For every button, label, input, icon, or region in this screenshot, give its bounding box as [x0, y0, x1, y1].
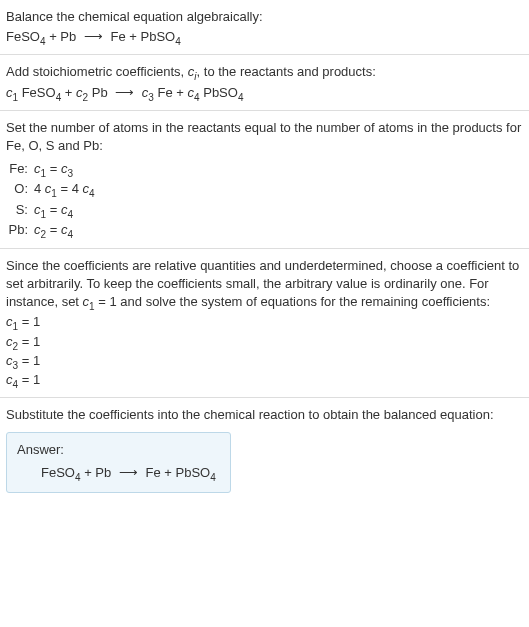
solve-coefficients: Since the coefficients are relative quan… [0, 249, 529, 398]
eq: = [46, 202, 61, 217]
final-answer-section: Substitute the coefficients into the che… [0, 398, 529, 501]
solve-intro: Since the coefficients are relative quan… [6, 257, 523, 312]
coeff-intro: Add stoichiometric coefficients, ci, to … [6, 63, 523, 81]
equation-cell: c1 = c4 [34, 200, 101, 220]
text-a: Add stoichiometric coefficients, [6, 64, 188, 79]
equation-cell: c1 = c3 [34, 159, 101, 179]
plus-sign: + [46, 29, 61, 44]
solution-line: c3 = 1 [6, 352, 523, 370]
products: Fe + PbSO [111, 29, 176, 44]
sub4: 4 [210, 471, 216, 482]
element-label: S: [6, 200, 34, 220]
solution-line: c1 = 1 [6, 313, 523, 331]
answer-label: Answer: [17, 441, 216, 459]
table-row: Pb: c2 = c4 [6, 220, 101, 240]
val: = 1 [18, 314, 40, 329]
arrow-icon: ⟶ [115, 84, 134, 102]
table-row: Fe: c1 = c3 [6, 159, 101, 179]
equation-cell: 4 c1 = 4 c4 [34, 179, 101, 199]
fe: Fe + [154, 85, 188, 100]
table-row: S: c1 = c4 [6, 200, 101, 220]
pb: Pb [88, 85, 108, 100]
val: = 1 [18, 372, 40, 387]
sub4: 4 [238, 91, 244, 102]
val: = 1 [18, 353, 40, 368]
plus: + [61, 85, 76, 100]
reactant-feso4: FeSO [6, 29, 40, 44]
equation-cell: c2 = c4 [34, 220, 101, 240]
plus-pb: + Pb [81, 465, 112, 480]
sub: 3 [67, 168, 73, 179]
arrow-icon: ⟶ [119, 464, 138, 482]
element-label: O: [6, 179, 34, 199]
balanced-equation: FeSO4 + Pb ⟶ Fe + PbSO4 [41, 464, 216, 482]
coeff-equation: c1 FeSO4 + c2 Pb ⟶ c3 Fe + c4 PbSO4 [6, 84, 523, 102]
problem-statement: Balance the chemical equation algebraica… [0, 0, 529, 55]
eq: = [46, 161, 61, 176]
sub: 4 [67, 228, 73, 239]
solution-line: c2 = 1 [6, 333, 523, 351]
feso4: FeSO [18, 85, 56, 100]
table-row: O: 4 c1 = 4 c4 [6, 179, 101, 199]
sub: 4 [89, 188, 95, 199]
unbalanced-equation: FeSO4 + Pb ⟶ Fe + PbSO4 [6, 28, 523, 46]
element-label: Fe: [6, 159, 34, 179]
answer-box: Answer: FeSO4 + Pb ⟶ Fe + PbSO4 [6, 432, 231, 492]
reactant-pb: Pb [60, 29, 76, 44]
feso4: FeSO [41, 465, 75, 480]
sub-4: 4 [175, 36, 181, 47]
lhs-mult: 4 [34, 181, 45, 196]
atom-balance: Set the number of atoms in the reactants… [0, 111, 529, 249]
arrow-icon: ⟶ [84, 28, 103, 46]
substitute-intro: Substitute the coefficients into the che… [6, 406, 523, 424]
solution-line: c4 = 1 [6, 371, 523, 389]
balance-intro: Set the number of atoms in the reactants… [6, 119, 523, 155]
eq: = 4 [57, 181, 83, 196]
problem-text: Balance the chemical equation algebraica… [6, 8, 523, 26]
add-coefficients: Add stoichiometric coefficients, ci, to … [0, 55, 529, 110]
val: = 1 [18, 334, 40, 349]
pbso4: PbSO [200, 85, 238, 100]
text-b: , to the reactants and products: [197, 64, 376, 79]
atom-equations-table: Fe: c1 = c3 O: 4 c1 = 4 c4 S: c1 = c4 Pb… [6, 159, 101, 240]
eq: = [46, 222, 61, 237]
text-b: = 1 and solve the system of equations fo… [95, 294, 490, 309]
element-label: Pb: [6, 220, 34, 240]
sub: 4 [67, 208, 73, 219]
products: Fe + PbSO [146, 465, 211, 480]
